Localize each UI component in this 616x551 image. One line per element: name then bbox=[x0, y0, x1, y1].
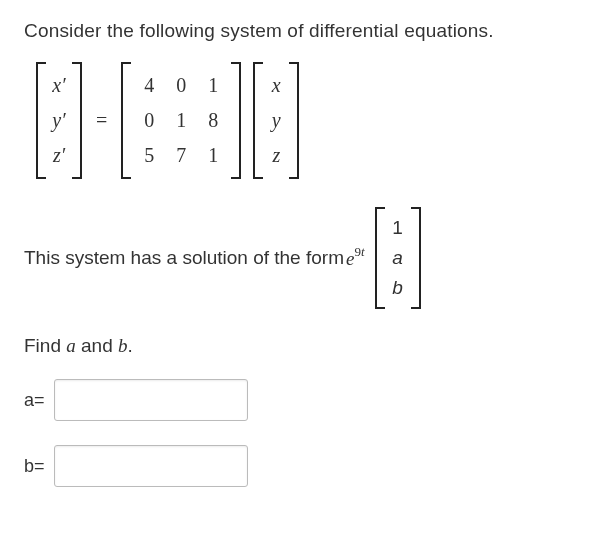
answer-row-a: a= bbox=[24, 379, 592, 421]
rhs-entry: x bbox=[265, 68, 287, 103]
answer-row-b: b= bbox=[24, 445, 592, 487]
sentence-text: This system has a solution of the form bbox=[24, 247, 344, 269]
rhs-entry: z bbox=[265, 138, 287, 173]
var-a: a bbox=[66, 335, 76, 356]
matrix-cell: 7 bbox=[165, 138, 197, 173]
matrix-cell: 5 bbox=[133, 138, 165, 173]
a-input[interactable] bbox=[54, 379, 248, 421]
coefficient-matrix: 4 0 1 0 1 8 5 7 1 bbox=[121, 62, 241, 179]
sol-entry: 1 bbox=[387, 213, 409, 243]
matrix-cell: 1 bbox=[197, 138, 229, 173]
solution-vector: 1 a b bbox=[375, 207, 421, 309]
lhs-entry: x′ bbox=[48, 68, 70, 103]
equals-sign: = bbox=[96, 109, 107, 132]
b-label: b= bbox=[24, 456, 54, 477]
find-instruction: Find a and b. bbox=[24, 335, 592, 357]
lhs-entry: y′ bbox=[48, 103, 70, 138]
matrix-cell: 1 bbox=[165, 103, 197, 138]
matrix-cell: 0 bbox=[133, 103, 165, 138]
matrix-equation: x′ y′ z′ = 4 0 1 0 1 8 5 7 1 bbox=[36, 62, 592, 179]
problem-statement: Consider the following system of differe… bbox=[24, 20, 592, 42]
matrix-cell: 0 bbox=[165, 68, 197, 103]
var-b: b bbox=[118, 335, 128, 356]
sol-entry: b bbox=[387, 273, 409, 303]
lhs-entry: z′ bbox=[48, 138, 70, 173]
solution-form-sentence: This system has a solution of the form e… bbox=[24, 207, 592, 309]
find-mid: and bbox=[76, 335, 118, 356]
find-pre: Find bbox=[24, 335, 66, 356]
state-vector: x y z bbox=[253, 62, 299, 179]
find-post: . bbox=[128, 335, 133, 356]
a-label: a= bbox=[24, 390, 54, 411]
exponential-term: e9t bbox=[346, 246, 365, 270]
matrix-cell: 1 bbox=[197, 68, 229, 103]
sol-entry: a bbox=[387, 243, 409, 273]
exp-var: t bbox=[361, 244, 365, 259]
rhs-entry: y bbox=[265, 103, 287, 138]
matrix-cell: 4 bbox=[133, 68, 165, 103]
derivative-vector: x′ y′ z′ bbox=[36, 62, 82, 179]
b-input[interactable] bbox=[54, 445, 248, 487]
matrix-cell: 8 bbox=[197, 103, 229, 138]
